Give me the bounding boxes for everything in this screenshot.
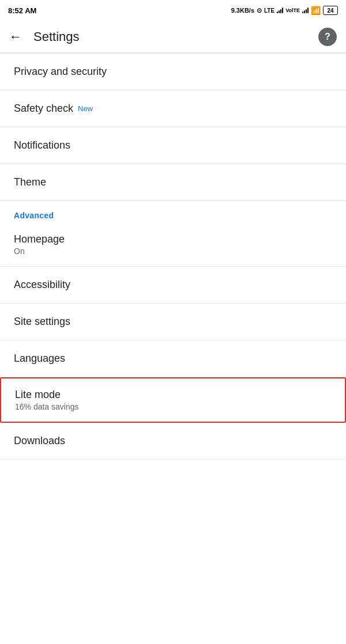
- safety-title: Safety check: [14, 103, 73, 115]
- settings-item-notifications[interactable]: Notifications: [0, 127, 346, 164]
- site-settings-title: Site settings: [14, 316, 332, 328]
- safety-badge: New: [78, 104, 93, 113]
- lte-icon: LTE: [264, 7, 274, 14]
- settings-item-theme[interactable]: Theme: [0, 164, 346, 201]
- signal-bars-2-icon: [302, 6, 309, 14]
- signal-bars-icon: [277, 6, 283, 14]
- privacy-title: Privacy and security: [14, 66, 332, 78]
- lite-mode-subtitle: 16% data savings: [15, 402, 331, 411]
- languages-title: Languages: [14, 353, 332, 365]
- alarm-icon: ⊙: [257, 7, 262, 14]
- downloads-title: Downloads: [14, 435, 332, 447]
- homepage-title: Homepage: [14, 233, 332, 245]
- settings-item-languages[interactable]: Languages: [0, 340, 346, 377]
- wifi-icon: 📶: [311, 6, 321, 15]
- settings-item-downloads[interactable]: Downloads: [0, 423, 346, 460]
- network-speed: 9.3KB/s: [231, 7, 254, 14]
- page-title: Settings: [33, 29, 318, 44]
- help-button[interactable]: ?: [318, 28, 337, 46]
- battery-icon: 24: [323, 6, 338, 15]
- homepage-subtitle: On: [14, 247, 332, 256]
- back-button[interactable]: ←: [9, 29, 22, 44]
- settings-item-lite-mode[interactable]: Lite mode 16% data savings: [0, 377, 346, 423]
- advanced-section: Advanced: [0, 201, 346, 223]
- volte-icon: VolTE: [285, 7, 300, 13]
- back-arrow-icon: ←: [9, 29, 22, 44]
- status-time: 8:52 AM: [8, 6, 36, 15]
- notifications-title: Notifications: [14, 139, 332, 151]
- settings-item-site-settings[interactable]: Site settings: [0, 304, 346, 340]
- settings-list: Privacy and security Safety check New No…: [0, 54, 346, 460]
- settings-item-accessibility[interactable]: Accessibility: [0, 267, 346, 304]
- advanced-label: Advanced: [14, 211, 54, 220]
- status-bar: 8:52 AM 9.3KB/s ⊙ LTE VolTE: [0, 0, 346, 21]
- safety-title-row: Safety check New: [14, 103, 332, 115]
- lite-mode-title: Lite mode: [15, 389, 331, 401]
- theme-title: Theme: [14, 176, 332, 188]
- status-icons: 9.3KB/s ⊙ LTE VolTE 📶 24: [231, 6, 338, 15]
- app-bar: ← Settings ?: [0, 21, 346, 53]
- help-icon: ?: [325, 32, 330, 42]
- settings-item-homepage[interactable]: Homepage On: [0, 223, 346, 267]
- settings-item-privacy[interactable]: Privacy and security: [0, 54, 346, 90]
- accessibility-title: Accessibility: [14, 279, 332, 291]
- settings-item-safety[interactable]: Safety check New: [0, 90, 346, 127]
